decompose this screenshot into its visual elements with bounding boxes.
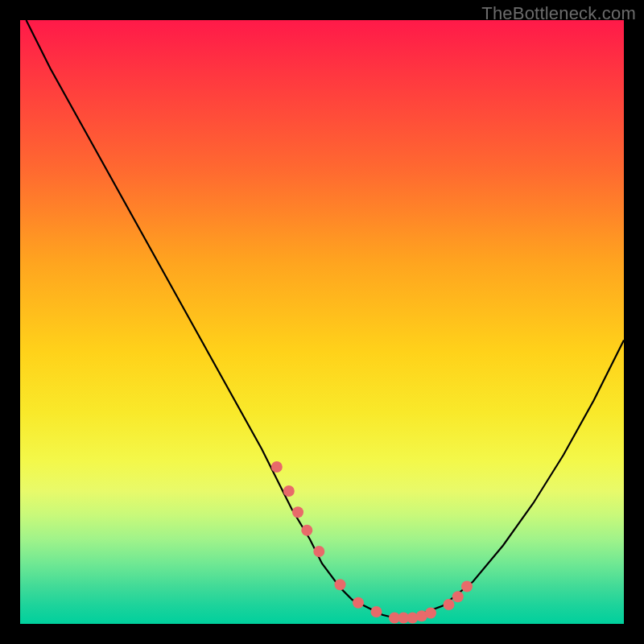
highlight-dot bbox=[292, 506, 303, 518]
bottleneck-curve bbox=[27, 20, 625, 618]
watermark-text: TheBottleneck.com bbox=[481, 3, 636, 24]
highlight-dot bbox=[461, 581, 473, 592]
highlight-dot bbox=[283, 485, 295, 497]
chart-frame: TheBottleneck.com bbox=[0, 0, 644, 644]
highlight-dot bbox=[353, 597, 364, 609]
highlight-dots-group bbox=[271, 461, 473, 624]
highlight-dot bbox=[371, 606, 382, 617]
highlight-dot bbox=[452, 591, 464, 602]
highlight-dot bbox=[425, 608, 436, 619]
chart-svg bbox=[20, 20, 624, 624]
highlight-dot bbox=[301, 525, 312, 536]
highlight-dot bbox=[313, 546, 324, 557]
highlight-dot bbox=[444, 599, 455, 610]
highlight-dot bbox=[335, 579, 346, 590]
highlight-dot bbox=[271, 461, 283, 473]
